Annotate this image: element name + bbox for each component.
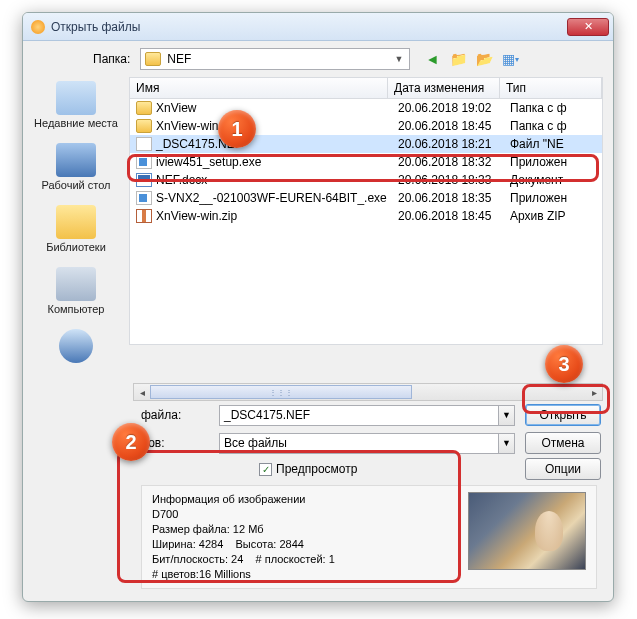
view-icon[interactable]: ▦▾: [500, 49, 520, 69]
recent-icon: [56, 81, 96, 115]
folder-icon: [136, 119, 152, 133]
titlebar[interactable]: Открыть файлы ✕: [23, 13, 613, 41]
place-recent[interactable]: Недавние места: [23, 81, 129, 129]
file-list-header[interactable]: Имя Дата изменения Тип: [129, 77, 603, 99]
col-name[interactable]: Имя: [130, 78, 388, 98]
folder-icon: [145, 52, 161, 66]
file-row[interactable]: S-VNX2__-021003WF-EUREN-64BIT_.exe20.06.…: [130, 189, 602, 207]
badge-2: 2: [112, 423, 150, 461]
place-desktop[interactable]: Рабочий стол: [23, 143, 129, 191]
options-button[interactable]: Опции: [525, 458, 601, 480]
computer-icon: [56, 267, 96, 301]
preview-thumbnail: [468, 492, 586, 570]
filter-label: лов:: [141, 436, 219, 450]
filter-dropdown-icon[interactable]: ▼: [499, 433, 515, 454]
badge-3: 3: [545, 345, 583, 383]
new-folder-icon[interactable]: 📂: [474, 49, 494, 69]
file-row[interactable]: _DSC4175.NEF20.06.2018 18:21Файл "NE: [130, 135, 602, 153]
up-icon[interactable]: 📁: [448, 49, 468, 69]
libraries-icon: [56, 205, 96, 239]
filename-dropdown-icon[interactable]: ▼: [499, 405, 515, 426]
app-icon: [31, 20, 45, 34]
callout-3: [522, 384, 610, 414]
col-type[interactable]: Тип: [500, 78, 602, 98]
nav-icons: ◄ 📁 📂 ▦▾: [422, 49, 520, 69]
places-sidebar: Недавние места Рабочий стол Библиотеки К…: [23, 77, 129, 377]
place-network[interactable]: [23, 329, 129, 363]
file-row[interactable]: XnView20.06.2018 19:02Папка с ф: [130, 99, 602, 117]
filename-input[interactable]: _DSC4175.NEF: [219, 405, 499, 426]
callout-2: [117, 450, 461, 583]
folder-name: NEF: [167, 52, 392, 66]
window-title: Открыть файлы: [51, 20, 140, 34]
scroll-left-icon[interactable]: ◂: [134, 387, 150, 398]
desktop-icon: [56, 143, 96, 177]
exe-icon: [136, 191, 152, 205]
filename-label: файла:: [141, 408, 219, 422]
file-row[interactable]: XnView-win.zip20.06.2018 18:45Архив ZIP: [130, 207, 602, 225]
file-list[interactable]: XnView20.06.2018 19:02Папка с фXnView-wi…: [129, 99, 603, 345]
file-row[interactable]: XnView-win20.06.2018 18:45Папка с ф: [130, 117, 602, 135]
folder-combo[interactable]: NEF ▼: [140, 48, 410, 70]
badge-1: 1: [218, 110, 256, 148]
col-date[interactable]: Дата изменения: [388, 78, 500, 98]
location-toolbar: Папка: NEF ▼ ◄ 📁 📂 ▦▾: [23, 41, 613, 77]
chevron-down-icon[interactable]: ▼: [392, 54, 405, 64]
callout-1: [127, 154, 599, 182]
place-computer[interactable]: Компьютер: [23, 267, 129, 315]
network-icon: [59, 329, 93, 363]
zip-icon: [136, 209, 152, 223]
cancel-button[interactable]: Отмена: [525, 432, 601, 454]
back-icon[interactable]: ◄: [422, 49, 442, 69]
file-icon: [136, 137, 152, 151]
close-button[interactable]: ✕: [567, 18, 609, 36]
place-libraries[interactable]: Библиотеки: [23, 205, 129, 253]
folder-label: Папка:: [93, 52, 130, 66]
folder-icon: [136, 101, 152, 115]
